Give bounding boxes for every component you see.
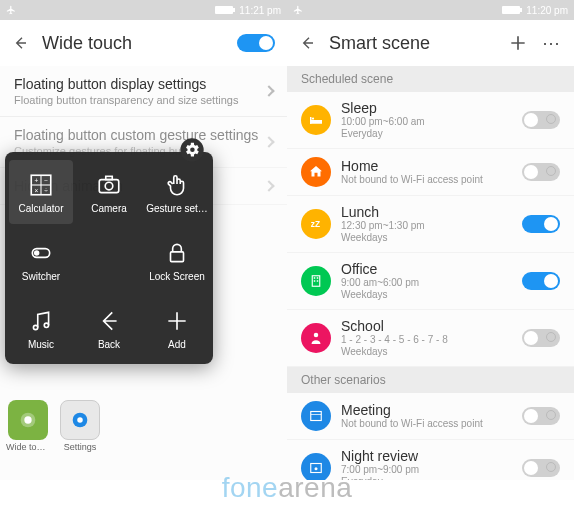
scene-row[interactable]: zZLunch12:30 pm~1:30 pmWeekdays <box>287 196 574 253</box>
scene-toggle[interactable] <box>522 163 560 181</box>
panel-label: Back <box>98 339 120 350</box>
panel-cell-add[interactable]: Add <box>145 296 209 360</box>
app-wide-touch[interactable]: Wide tou… <box>6 400 50 452</box>
chevron-right-icon <box>263 85 274 96</box>
page-title: Wide touch <box>42 33 223 54</box>
panel-cell-switcher[interactable]: Switcher <box>9 228 73 292</box>
header-toggle[interactable] <box>237 34 275 52</box>
svg-rect-27 <box>314 280 316 282</box>
scene-row[interactable]: School1 - 2 - 3 - 4 - 5 - 6 - 7 - 8Weekd… <box>287 310 574 367</box>
zzz-icon: zZ <box>301 209 331 239</box>
svg-point-14 <box>33 325 37 329</box>
svg-point-12 <box>34 250 39 255</box>
airplane-icon <box>293 5 303 15</box>
scene-row[interactable]: Sleep10:00 pm~6:00 amEveryday <box>287 92 574 149</box>
scene-toggle[interactable] <box>522 272 560 290</box>
bed-icon <box>301 105 331 135</box>
panel-label: Add <box>168 339 186 350</box>
row-title: Floating button custom gesture settings <box>14 127 265 143</box>
svg-rect-25 <box>314 277 316 279</box>
settings-icon <box>69 409 91 431</box>
panel-cell-gesture[interactable]: Gesture set… <box>145 160 209 224</box>
panel-cell-calculator[interactable]: +−×÷ Calculator <box>9 160 73 224</box>
header: Smart scene ⋯ <box>287 20 574 66</box>
setting-row[interactable]: Floating button display settings Floatin… <box>0 66 287 117</box>
wide-touch-icon <box>17 409 39 431</box>
recent-apps: Wide tou… Settings <box>6 400 102 452</box>
scene-toggle[interactable] <box>522 215 560 233</box>
scene-row[interactable]: Night review7:00 pm~9:00 pmEveryday <box>287 440 574 480</box>
scene-name: Lunch <box>341 204 512 220</box>
calculator-icon: +−×÷ <box>28 172 54 198</box>
panel-cell-lock[interactable]: Lock Screen <box>145 228 209 292</box>
switcher-icon <box>28 240 54 266</box>
svg-point-29 <box>314 333 319 338</box>
app-label: Settings <box>64 442 97 452</box>
wide-touch-panel: +−×÷ Calculator Camera Gesture set… Swit… <box>5 152 213 364</box>
svg-rect-13 <box>171 251 184 261</box>
svg-point-22 <box>312 117 314 119</box>
panel-label: Camera <box>91 203 127 214</box>
scene-row[interactable]: HomeNot bound to Wi-Fi access point <box>287 149 574 196</box>
scene-name: Night review <box>341 448 512 464</box>
lock-icon <box>164 240 190 266</box>
scene-toggle[interactable] <box>522 459 560 477</box>
svg-rect-26 <box>317 277 319 279</box>
panel-label: Music <box>28 339 54 350</box>
battery-icon <box>502 6 520 14</box>
svg-text:×: × <box>35 186 39 193</box>
panel-cell-music[interactable]: Music <box>9 296 73 360</box>
scene-row[interactable]: MeetingNot bound to Wi-Fi access point <box>287 393 574 440</box>
panel-label: Switcher <box>22 271 60 282</box>
overflow-menu[interactable]: ⋯ <box>542 32 562 54</box>
add-scene-button[interactable] <box>508 33 528 53</box>
svg-text:÷: ÷ <box>44 186 48 193</box>
app-settings[interactable]: Settings <box>58 400 102 452</box>
panel-cell-camera[interactable]: Camera <box>77 160 141 224</box>
svg-rect-28 <box>317 280 319 282</box>
scene-name: Office <box>341 261 512 277</box>
back-icon[interactable] <box>299 35 315 51</box>
panel-label: Gesture set… <box>146 203 208 214</box>
music-icon <box>28 308 54 334</box>
scene-name: Meeting <box>341 402 512 418</box>
row-title: Floating button display settings <box>14 76 265 92</box>
chevron-right-icon <box>263 136 274 147</box>
svg-rect-21 <box>310 117 312 124</box>
app-label: Wide tou… <box>6 442 50 452</box>
school-icon <box>301 323 331 353</box>
gear-icon[interactable] <box>178 136 206 164</box>
page-title: Smart scene <box>329 33 494 54</box>
scene-sub: Not bound to Wi-Fi access point <box>341 418 512 430</box>
svg-point-0 <box>180 138 203 161</box>
svg-point-19 <box>77 417 83 423</box>
scene-row[interactable]: Office9:00 am~6:00 pmWeekdays <box>287 253 574 310</box>
scene-sub: 12:30 pm~1:30 pmWeekdays <box>341 220 512 244</box>
panel-cell-back[interactable]: Back <box>77 296 141 360</box>
scene-toggle[interactable] <box>522 329 560 347</box>
back-icon <box>96 308 122 334</box>
panel-label: Lock Screen <box>149 271 205 282</box>
back-icon[interactable] <box>12 35 28 51</box>
status-bar: 11:20 pm <box>287 0 574 20</box>
scene-toggle[interactable] <box>522 111 560 129</box>
svg-rect-24 <box>312 276 320 287</box>
svg-rect-10 <box>106 176 113 179</box>
home-icon <box>301 157 331 187</box>
scene-sub: 10:00 pm~6:00 amEveryday <box>341 116 512 140</box>
night-icon <box>301 453 331 480</box>
svg-text:+: + <box>35 176 39 183</box>
scene-name: Home <box>341 158 512 174</box>
scene-toggle[interactable] <box>522 407 560 425</box>
row-subtitle: Floating button transparency and size se… <box>14 94 265 106</box>
gesture-icon <box>164 172 190 198</box>
scene-name: Sleep <box>341 100 512 116</box>
add-icon <box>164 308 190 334</box>
panel-label: Calculator <box>18 203 63 214</box>
svg-point-9 <box>105 182 113 190</box>
section-scheduled: Scheduled scene <box>287 66 574 92</box>
camera-icon <box>96 172 122 198</box>
scene-sub: 7:00 pm~9:00 pmEveryday <box>341 464 512 480</box>
screen-wide-touch: 11:21 pm Wide touch Floating button disp… <box>0 0 287 480</box>
scene-name: School <box>341 318 512 334</box>
